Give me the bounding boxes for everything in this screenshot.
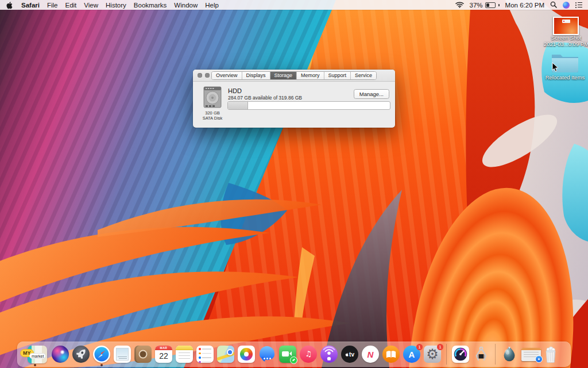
calendar-icon: MAR 22 <box>155 346 172 363</box>
siri-icon <box>52 346 69 363</box>
battery-icon <box>485 2 496 8</box>
dock-item-notes[interactable] <box>176 346 193 363</box>
relocated-items-label[interactable]: Relocated Items <box>536 75 588 81</box>
window-tab-bar: Overview Displays Storage Memory Support… <box>211 71 377 80</box>
dock-item-reminders[interactable] <box>196 346 214 363</box>
dock-item-stack[interactable] <box>501 346 518 363</box>
dock-divider <box>446 344 447 365</box>
desktop-wallpaper <box>0 0 588 368</box>
apple-tv-icon: tv <box>341 346 358 363</box>
mouse-cursor <box>552 62 559 75</box>
battery-percent-text: 37% <box>470 2 483 9</box>
launchpad-icon <box>72 346 90 363</box>
dock-item-tv[interactable]: tv <box>341 346 358 363</box>
menu-bookmarks[interactable]: Bookmarks <box>134 2 167 9</box>
tab-displays[interactable]: Displays <box>242 72 270 79</box>
mail-icon <box>114 346 131 363</box>
books-icon <box>382 346 400 363</box>
speed-gauge-icon <box>452 346 469 363</box>
stack-document-icon <box>501 346 518 363</box>
dock-item-mymarket[interactable]: MY market <box>22 346 48 363</box>
dock-item-photos[interactable] <box>238 346 255 363</box>
tab-support[interactable]: Support <box>324 72 351 79</box>
dock-item-maps[interactable] <box>217 346 234 363</box>
tab-storage[interactable]: Storage <box>270 72 297 79</box>
minimize-button[interactable] <box>205 73 210 78</box>
dock-item-chip-tool-utility[interactable] <box>473 346 490 363</box>
facetime-icon <box>279 346 296 363</box>
dock-item-trash[interactable] <box>542 346 559 363</box>
running-indicator <box>34 364 36 366</box>
disk-capacity-label: 320 GB SATA Disk <box>193 111 232 121</box>
app-store-badge: 1 <box>416 344 423 350</box>
dock-item-messages[interactable] <box>258 346 276 363</box>
dock-item-podcasts[interactable] <box>320 346 338 363</box>
menu-help[interactable]: Help <box>205 2 219 9</box>
disk-name: HDD <box>228 87 242 94</box>
dock-item-facetime[interactable] <box>279 346 296 363</box>
menu-view[interactable]: View <box>84 2 98 9</box>
menu-history[interactable]: History <box>106 2 126 9</box>
mymarket-pill: market <box>29 353 46 359</box>
storage-usage-bar <box>227 101 390 110</box>
hard-drive-icon <box>202 86 223 112</box>
dock-item-mail[interactable] <box>114 346 131 363</box>
running-indicator <box>100 364 103 366</box>
desktop-icon-screenshot[interactable] <box>553 17 579 35</box>
screenshot-label[interactable]: Screen Shot 2021-03...0.09 PM <box>540 35 588 47</box>
disk-availability-text: 284.07 GB available of 319.86 GB <box>228 95 302 101</box>
messages-icon <box>258 346 276 363</box>
dock: MY market <box>0 340 588 368</box>
menu-app-name[interactable]: Safari <box>21 2 40 9</box>
dock-item-safari[interactable] <box>93 346 110 363</box>
music-icon: ♫ <box>300 346 317 363</box>
menu-edit[interactable]: Edit <box>65 2 77 9</box>
tab-overview[interactable]: Overview <box>212 72 242 79</box>
minimized-window-thumbnail <box>521 348 541 361</box>
chip-tool-icon <box>473 346 490 363</box>
battery-fill <box>486 3 489 7</box>
manage-button[interactable]: Manage... <box>354 89 389 99</box>
podcasts-icon <box>320 346 338 363</box>
dock-item-books[interactable] <box>382 346 400 363</box>
dock-item-speed-gauge-utility[interactable] <box>452 346 469 363</box>
dock-item-launchpad[interactable] <box>72 346 90 363</box>
battery-nub <box>498 4 500 6</box>
contacts-icon <box>134 346 152 363</box>
reminders-icon <box>196 346 214 363</box>
photos-icon <box>238 346 255 363</box>
notification-center-icon[interactable] <box>575 2 582 8</box>
tab-memory[interactable]: Memory <box>297 72 324 79</box>
screenshot-thumbnail <box>554 18 578 34</box>
tab-service[interactable]: Service <box>351 72 376 79</box>
dock-item-calendar[interactable]: MAR 22 <box>155 346 172 363</box>
close-button[interactable] <box>198 73 202 78</box>
about-this-mac-window: Overview Displays Storage Memory Support… <box>193 70 395 128</box>
dock-item-news[interactable]: N <box>362 346 379 363</box>
window-titlebar[interactable]: Overview Displays Storage Memory Support… <box>193 70 395 82</box>
apple-menu-icon[interactable] <box>6 1 13 9</box>
system-preferences-badge: 1 <box>437 344 443 350</box>
dock-item-siri[interactable] <box>52 346 69 363</box>
wifi-icon[interactable] <box>455 1 464 9</box>
dock-item-contacts[interactable] <box>134 346 152 363</box>
maps-icon <box>217 346 234 363</box>
trash-full-icon <box>542 346 559 363</box>
dock-divider <box>495 344 496 365</box>
dock-item-system-preferences[interactable]: ⚙ 1 <box>424 346 441 363</box>
storage-bar-used <box>228 102 248 109</box>
dock-item-app-store[interactable]: A 1 <box>403 346 420 363</box>
menu-file[interactable]: File <box>47 2 58 9</box>
menu-clock[interactable]: Mon 6:20 PM <box>505 2 544 9</box>
safari-icon <box>93 346 110 363</box>
notes-icon <box>176 346 193 363</box>
dock-item-music[interactable]: ♫ <box>300 346 317 363</box>
battery-indicator[interactable]: 37% <box>470 2 500 9</box>
menu-bar: Safari File Edit View History Bookmarks … <box>0 0 588 10</box>
siri-menu-icon[interactable] <box>563 2 570 9</box>
menu-window[interactable]: Window <box>174 2 198 9</box>
news-icon: N <box>362 346 379 363</box>
spotlight-search-icon[interactable] <box>550 1 557 9</box>
dock-item-minimized-window[interactable] <box>521 346 539 363</box>
